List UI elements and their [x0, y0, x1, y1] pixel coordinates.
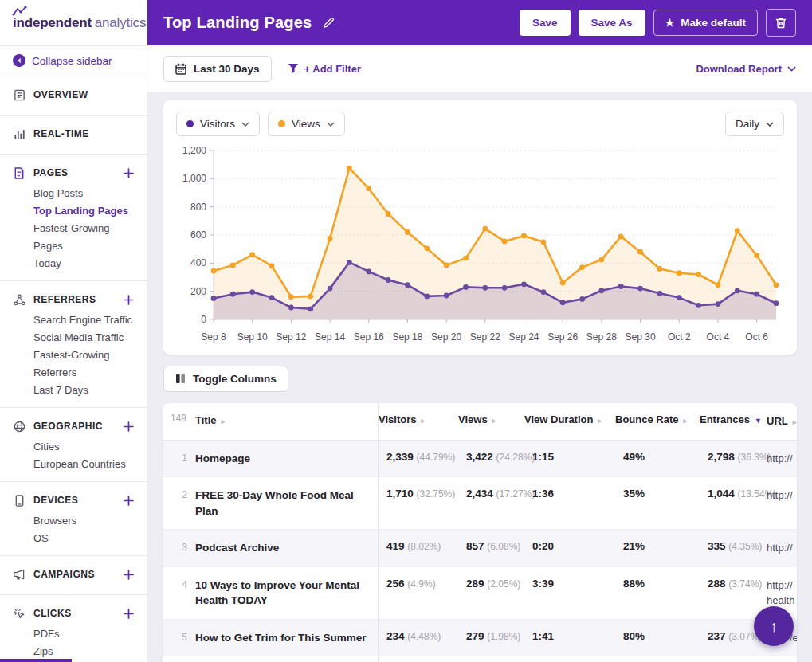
sidebar-item-campaigns[interactable]: CAMPAIGNS — [13, 562, 134, 586]
cell-url[interactable]: http://eat-h — [767, 656, 797, 662]
chevron-down-icon — [766, 122, 774, 127]
chevron-down-icon — [241, 122, 249, 127]
svg-text:Sep 12: Sep 12 — [276, 331, 306, 343]
sort-desc-icon: ▼ — [755, 417, 762, 425]
sidebar-item-today[interactable]: Today — [33, 255, 134, 272]
sidebar-item-overview[interactable]: OVERVIEW — [13, 83, 134, 107]
scroll-to-top-button[interactable]: ↑ — [754, 606, 794, 646]
sidebar-item-search-engine-traffic[interactable]: Search Engine Traffic — [33, 311, 134, 329]
referrers-icon — [13, 294, 25, 306]
row-index: 4 — [163, 567, 195, 601]
interval-select[interactable]: Daily — [725, 112, 784, 136]
svg-text:Oct 4: Oct 4 — [707, 331, 730, 343]
column-header-view-duration[interactable]: View Duration▸ — [524, 403, 615, 436]
add-report-plus-icon[interactable] — [124, 421, 134, 432]
views-metric-dropdown[interactable]: Views — [268, 112, 345, 136]
date-range-button[interactable]: Last 30 Days — [163, 56, 272, 82]
sidebar-item-fastest-growing-pages[interactable]: Fastest-Growing Pages — [33, 220, 134, 255]
sidebar-item-geographic[interactable]: GEOGRAPHIC — [13, 414, 134, 438]
cell-bounce-rate: 35% — [615, 477, 700, 510]
svg-text:Sep 22: Sep 22 — [470, 331, 500, 343]
chart-controls: Visitors Views Daily — [176, 112, 784, 136]
sidebar-item-last-7-days[interactable]: Last 7 Days — [33, 382, 134, 399]
collapse-sidebar-button[interactable]: Collapse sidebar — [0, 45, 147, 76]
column-header-views[interactable]: Views▸ — [458, 403, 524, 436]
visitors-dot-icon — [186, 120, 194, 127]
collapse-sidebar-label: Collapse sidebar — [32, 55, 112, 67]
sidebar-item-european-countries[interactable]: European Countries — [33, 456, 134, 473]
cell-title[interactable]: How to Get Trim for This Summer — [195, 620, 379, 656]
cell-title[interactable]: Homepage — [195, 441, 379, 477]
add-report-plus-icon[interactable] — [124, 168, 134, 178]
save-button[interactable]: Save — [520, 10, 571, 36]
toggle-columns-label: Toggle Columns — [193, 373, 277, 385]
sidebar-item-fastest-growing-referrers[interactable]: Fastest-Growing Referrers — [33, 347, 134, 382]
sidebar-nav: OVERVIEWREAL-TIMEPAGESBlog PostsTop Land… — [0, 76, 147, 662]
svg-text:1,000: 1,000 — [182, 173, 206, 184]
sidebar-item-pdfs[interactable]: PDFs — [33, 625, 134, 643]
sidebar-item-clicks[interactable]: CLICKS — [13, 601, 134, 625]
sidebar-section-label: CAMPAIGNS — [33, 569, 116, 580]
arrow-up-icon: ↑ — [770, 617, 778, 636]
column-header-visitors[interactable]: Visitors▸ — [379, 403, 458, 436]
save-as-button[interactable]: Save As — [579, 10, 645, 36]
download-report-label: Download Report — [696, 63, 782, 75]
sidebar-section-label: REAL-TIME — [33, 128, 134, 139]
column-header-entrances[interactable]: Entrances▼ — [700, 403, 767, 436]
add-filter-button[interactable]: + Add Filter — [288, 63, 361, 75]
campaigns-icon — [13, 569, 25, 580]
svg-text:600: 600 — [190, 229, 206, 241]
cell-visitors: 419 (8.02%) — [379, 530, 458, 562]
traffic-chart-card: Visitors Views Daily 02004006008001,0001… — [163, 100, 797, 355]
cell-visitors: 234 (4.48%) — [379, 620, 458, 652]
cell-title[interactable]: How to Eat Healthy Without Breaking the … — [195, 656, 379, 662]
calendar-icon — [175, 63, 186, 75]
cell-entrances: 211 (2.74%) — [700, 656, 767, 662]
sidebar-item-cities[interactable]: Cities — [33, 438, 134, 456]
pages-table-card: 149Title▸Visitors▸Views▸View Duration▸Bo… — [163, 403, 797, 662]
sidebar-item-os[interactable]: OS — [33, 530, 134, 547]
cell-url[interactable]: http:// — [767, 441, 797, 477]
cell-view-duration: 0:20 — [524, 530, 615, 562]
cell-view-duration: 3:39 — [524, 567, 615, 600]
add-report-plus-icon[interactable] — [124, 609, 134, 619]
column-header-url[interactable]: URL▸ — [767, 403, 797, 440]
interval-label: Daily — [736, 118, 759, 130]
add-report-plus-icon[interactable] — [124, 496, 134, 506]
sidebar-item-real-time[interactable]: REAL-TIME — [13, 122, 134, 146]
sidebar-item-devices[interactable]: DEVICES — [13, 488, 134, 512]
svg-text:0: 0 — [201, 314, 206, 325]
toggle-columns-button[interactable]: Toggle Columns — [163, 366, 288, 392]
cell-url[interactable]: http:// — [767, 477, 797, 514]
views-dot-icon — [278, 120, 285, 127]
column-header-title[interactable]: Title▸ — [195, 403, 379, 439]
add-report-plus-icon[interactable] — [124, 295, 134, 305]
sidebar-section-label: DEVICES — [33, 495, 116, 506]
make-default-label: Make default — [681, 17, 746, 29]
sidebar-item-referrers[interactable]: REFERRERS — [13, 288, 134, 311]
row-index: 2 — [163, 477, 195, 511]
download-report-button[interactable]: Download Report — [696, 63, 796, 75]
add-report-plus-icon[interactable] — [124, 570, 134, 580]
delete-report-button[interactable] — [766, 9, 796, 37]
sort-icon: ▸ — [598, 417, 602, 425]
edit-title-pencil-icon[interactable] — [323, 17, 335, 29]
cell-title[interactable]: 10 Ways to Improve Your Mental Health TO… — [195, 567, 379, 619]
row-index: 6 — [163, 656, 195, 662]
page-title: Top Landing Pages — [163, 14, 312, 32]
visitors-metric-dropdown[interactable]: Visitors — [176, 112, 260, 136]
realtime-icon — [13, 128, 25, 140]
column-header-bounce-rate[interactable]: Bounce Rate▸ — [615, 403, 700, 436]
sidebar-item-top-landing-pages[interactable]: Top Landing Pages — [33, 202, 134, 220]
sidebar-item-blog-posts[interactable]: Blog Posts — [33, 185, 134, 202]
cell-title[interactable]: Podcast Archive — [195, 530, 379, 566]
make-default-button[interactable]: ★ Make default — [653, 10, 758, 36]
sidebar-item-social-media-traffic[interactable]: Social Media Traffic — [33, 329, 134, 347]
sidebar-item-pages[interactable]: PAGES — [13, 161, 134, 185]
cell-views: 216 (1.53%) — [458, 656, 524, 662]
cell-title[interactable]: FREE 30-Day Whole Food Meal Plan — [195, 477, 379, 529]
sidebar-item-browsers[interactable]: Browsers — [33, 512, 134, 530]
sidebar-item-zips[interactable]: Zips — [33, 643, 134, 660]
cell-bounce-rate: 88% — [615, 567, 700, 600]
cell-url[interactable]: http:// — [767, 530, 797, 566]
